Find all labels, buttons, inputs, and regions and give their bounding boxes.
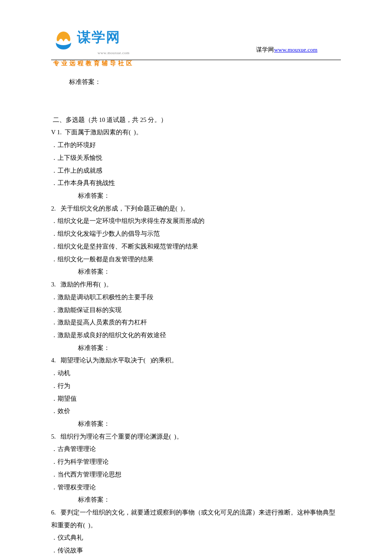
question-stem: V 1. 下面属于激励因素的有( )。: [51, 126, 341, 139]
question-option: ．激励是提高人员素质的有力杠杆: [51, 316, 341, 329]
document-body: 标准答案： 二、多选题（共 10 道试题，共 25 分。） V 1. 下面属于激…: [51, 76, 341, 555]
question-option: ．当代西方管理理论思想: [51, 468, 341, 481]
header-divider: [51, 60, 341, 60]
logo-brand-url: www.mouxue.com: [98, 49, 130, 57]
document-header: 谋学网 www.mouxue.com 专业远程教育辅导社区 谋学网www.mou…: [53, 23, 341, 55]
question-option: ．激励能保证目标的实现: [51, 304, 341, 317]
header-site-link[interactable]: www.mouxue.com: [274, 46, 317, 53]
standard-answer-label: 标准答案：: [51, 266, 341, 278]
logo-brand-name: 谋学网: [77, 23, 130, 52]
question-option: ．工作的环境好: [51, 139, 341, 152]
question-option: ．行为: [51, 380, 341, 393]
question-option: ．工作本身具有挑战性: [51, 177, 341, 190]
header-site-name: 谋学网: [256, 46, 274, 53]
question-option: ．古典管理理论: [51, 443, 341, 456]
question-option: ．组织文化是一定环境中组织为求得生存发展而形成的: [51, 215, 341, 228]
standard-answer-label: 标准答案：: [51, 494, 341, 506]
blank-line: [51, 89, 341, 101]
blank-line: [51, 101, 341, 114]
standard-answer-label: 标准答案：: [51, 342, 341, 355]
question-option: ．效价: [51, 405, 341, 418]
standard-answer-label: 标准答案：: [51, 190, 341, 202]
header-right: 谋学网www.mouxue.com: [256, 44, 317, 56]
question-stem: 6. 要判定一个组织的文化，就要通过观察到的事物（或文化可见的流露）来进行推断。…: [51, 506, 341, 532]
standard-answer-label: 标准答案：: [51, 418, 341, 431]
logo-icon: [53, 30, 74, 50]
question-stem: 4. 期望理论认为激励水平取决于( )的乘积。: [51, 354, 341, 367]
question-stem: 2. 关于组织文化的形成，下列命题正确的是( )。: [51, 202, 341, 215]
question-option: ．激励是调动职工积极性的主要手段: [51, 291, 341, 304]
question-option: ．工作上的成就感: [51, 165, 341, 177]
question-option: ．组织文化是坚持宣传、不断实践和规范管理的结果: [51, 240, 341, 253]
question-option: ．组织文化发端于少数人的倡导与示范: [51, 228, 341, 240]
question-option: ．组织文化一般都是自发管理的结果: [51, 253, 341, 266]
question-option: ．管理权变理论: [51, 481, 341, 494]
question-option: ．仪式典礼: [51, 532, 341, 544]
logo: 谋学网 www.mouxue.com 专业远程教育辅导社区: [53, 23, 134, 69]
logo-brand-text: 谋学网 www.mouxue.com: [74, 23, 130, 57]
question-option: ．激励是形成良好的组织文化的有效途径: [51, 329, 341, 342]
question-option: ．上下级关系愉悦: [51, 152, 341, 165]
question-option: ．期望值: [51, 393, 341, 405]
section-heading: 二、多选题（共 10 道试题，共 25 分。）: [51, 114, 341, 127]
standard-answer-top: 标准答案：: [51, 76, 341, 89]
question-stem: 3. 激励的作用有( )。: [51, 278, 341, 291]
question-option: ．行为科学管理理论: [51, 456, 341, 468]
question-option: ．传说故事: [51, 544, 341, 555]
logo-top-row: 谋学网 www.mouxue.com: [53, 23, 134, 57]
question-option: ．动机: [51, 367, 341, 380]
question-stem: 5. 组织行为理论有三个重要的理论渊源是( )。: [51, 431, 341, 443]
